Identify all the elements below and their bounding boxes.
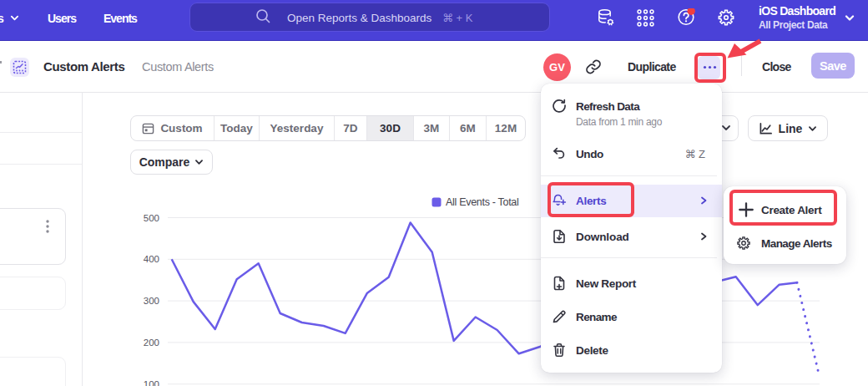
svg-text:400: 400 (144, 254, 159, 264)
svg-text:200: 200 (144, 338, 159, 348)
svg-text:300: 300 (144, 296, 159, 306)
svg-text:100: 100 (144, 379, 159, 386)
svg-text:All Events - Total: All Events - Total (446, 196, 518, 208)
svg-text:500: 500 (144, 213, 159, 223)
